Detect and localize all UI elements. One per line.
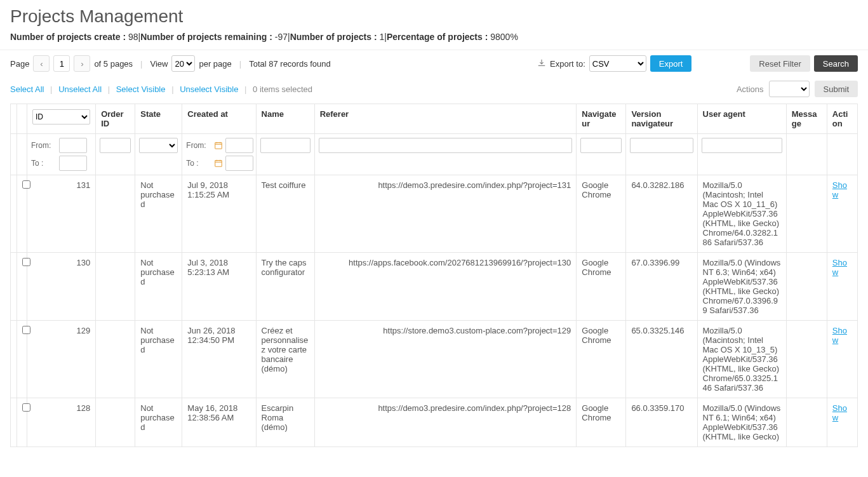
next-page-button[interactable]: › (74, 55, 90, 72)
col-created-header[interactable]: Created at (182, 104, 256, 134)
id-to-input[interactable] (59, 156, 87, 171)
search-button[interactable]: Search (814, 55, 858, 72)
table-row: 129Not purchasedJun 26, 2018 12:34:50 PM… (11, 321, 858, 398)
submit-button[interactable]: Submit (815, 81, 858, 97)
calendar-icon[interactable] (214, 140, 223, 151)
row-checkbox[interactable] (22, 326, 30, 334)
page-label: Page (10, 59, 29, 69)
cell-action: Show (827, 398, 857, 447)
version-filter-input[interactable] (630, 138, 693, 153)
stats-pct-label: Percentage of projects : (387, 32, 488, 42)
name-filter-input[interactable] (260, 138, 310, 153)
show-link[interactable]: Show (832, 326, 847, 345)
cell-nav: Google Chrome (577, 253, 626, 321)
col-order-header[interactable]: Order ID (96, 104, 135, 134)
cell-created: Jul 9, 2018 1:15:25 AM (182, 175, 256, 253)
cell-ua: Mozilla/5.0 (Windows NT 6.3; Win64; x64)… (697, 253, 786, 321)
col-nav-header[interactable]: Navigateur (577, 104, 626, 134)
col-state-header[interactable]: State (135, 104, 182, 134)
cell-message (786, 175, 827, 253)
cell-referer: https://demo3.predesire.com/index.php/?p… (314, 398, 577, 447)
cell-nav: Google Chrome (577, 175, 626, 253)
cell-order (96, 398, 135, 447)
cell-id: 129 (27, 321, 96, 398)
row-checkbox[interactable] (22, 258, 30, 266)
export-format-select[interactable]: CSV (589, 55, 646, 72)
filter-row: From: To : From: To : (11, 134, 858, 175)
cell-created: May 16, 2018 12:38:56 AM (182, 398, 256, 447)
state-filter-select[interactable] (139, 138, 178, 153)
cell-order (96, 321, 135, 398)
download-icon (537, 58, 546, 69)
cell-id: 131 (27, 175, 96, 253)
referer-filter-input[interactable] (319, 138, 573, 153)
cell-version: 65.0.3325.146 (626, 321, 697, 398)
reset-filter-button[interactable]: Reset Filter (750, 55, 810, 72)
page-input[interactable] (53, 55, 70, 72)
cell-id: 128 (27, 398, 96, 447)
cell-state: Not purchased (135, 321, 182, 398)
show-link[interactable]: Show (832, 258, 847, 277)
actions-label: Actions (737, 84, 764, 94)
select-all-link[interactable]: Select All (10, 84, 44, 94)
stats-total-value: 1 (379, 32, 384, 42)
per-page-select[interactable]: 20 (171, 55, 195, 72)
ua-filter-input[interactable] (702, 138, 782, 153)
cell-name: Créez et personnalisez votre carte banca… (256, 321, 314, 398)
prev-page-button[interactable]: ‹ (33, 55, 50, 72)
cell-version: 66.0.3359.170 (626, 398, 697, 447)
stats-pct-value: 9800% (490, 32, 518, 42)
export-button[interactable]: Export (650, 55, 692, 72)
cell-version: 64.0.3282.186 (626, 175, 697, 253)
header-row: ID Order ID State Created at Name Refere… (11, 104, 858, 134)
table-row: 128Not purchasedMay 16, 2018 12:38:56 AM… (11, 398, 858, 447)
col-name-header[interactable]: Name (256, 104, 314, 134)
cell-order (96, 253, 135, 321)
unselect-all-link[interactable]: Unselect All (58, 84, 102, 94)
cell-state: Not purchased (135, 398, 182, 447)
calendar-icon[interactable] (214, 158, 223, 169)
col-version-header[interactable]: Version navigateur (626, 104, 697, 134)
unselect-visible-link[interactable]: Unselect Visible (180, 84, 238, 94)
stats-total-label: Number of projects : (290, 32, 377, 42)
cell-ua: Mozilla/5.0 (Macintosh; Intel Mac OS X 1… (697, 321, 786, 398)
col-action-header: Action (827, 104, 857, 134)
nav-filter-input[interactable] (580, 138, 622, 153)
cell-id: 130 (27, 253, 96, 321)
row-checkbox[interactable] (22, 403, 30, 412)
per-page-label: per page (199, 59, 231, 69)
cell-action: Show (827, 253, 857, 321)
svg-rect-1 (215, 161, 222, 167)
cell-order (96, 175, 135, 253)
col-message-header[interactable]: Message (786, 104, 827, 134)
show-link[interactable]: Show (832, 403, 847, 422)
cell-referer: https://store.demo3.custom-place.com?pro… (314, 321, 577, 398)
col-ua-header[interactable]: User agent (697, 104, 786, 134)
row-checkbox[interactable] (22, 180, 30, 189)
stats-remaining-label: Number of projects remaining : (140, 32, 272, 42)
items-selected-label: 0 items selected (253, 84, 312, 94)
id-from-input[interactable] (59, 138, 87, 153)
cell-created: Jun 26, 2018 12:34:50 PM (182, 321, 256, 398)
cell-action: Show (827, 321, 857, 398)
id-sort-select[interactable]: ID (32, 109, 90, 124)
cell-state: Not purchased (135, 175, 182, 253)
created-to-input[interactable] (225, 156, 253, 171)
show-link[interactable]: Show (832, 180, 847, 199)
table-row: 130Not purchasedJul 3, 2018 5:23:13 AMTr… (11, 253, 858, 321)
stats-create-label: Number of projects create : (10, 32, 126, 42)
svg-rect-0 (215, 143, 222, 149)
col-referer-header[interactable]: Referer (314, 104, 577, 134)
view-label: View (150, 59, 168, 69)
export-to-label: Export to: (550, 59, 585, 69)
created-from-input[interactable] (225, 138, 253, 153)
of-pages-label: of 5 pages (94, 59, 133, 69)
actions-select[interactable] (769, 81, 810, 97)
order-filter-input[interactable] (100, 138, 131, 153)
table-row: 131Not purchasedJul 9, 2018 1:15:25 AMTe… (11, 175, 858, 253)
projects-table: ID Order ID State Created at Name Refere… (10, 104, 858, 447)
cell-action: Show (827, 175, 857, 253)
cell-name: Test coiffure (256, 175, 314, 253)
select-visible-link[interactable]: Select Visible (116, 84, 166, 94)
col-id-header[interactable]: ID (27, 104, 96, 134)
